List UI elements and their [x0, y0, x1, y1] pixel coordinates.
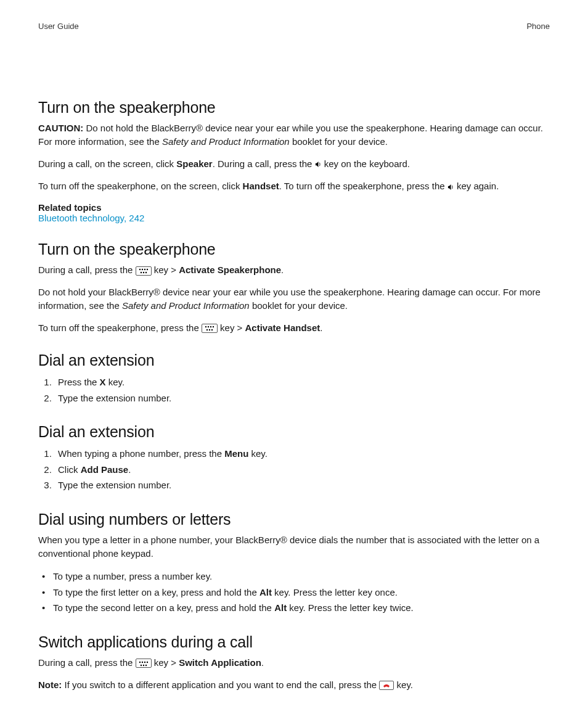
- speakerphone-off-line: To turn off the speakerphone, on the scr…: [38, 179, 550, 194]
- related-topics-label: Related topics: [38, 202, 550, 213]
- heading-speakerphone-2: Turn on the speakerphone: [38, 240, 550, 258]
- svg-point-13: [211, 329, 213, 330]
- svg-point-19: [142, 664, 144, 665]
- list-item: Click Add Pause.: [54, 462, 550, 478]
- related-topics: Related topics Bluetooth technology, 242: [38, 202, 550, 223]
- header-left: User Guide: [38, 22, 79, 31]
- heading-speakerphone-1: Turn on the speakerphone: [38, 99, 550, 117]
- svg-point-16: [144, 661, 145, 662]
- heading-dial-ext-1: Dial an extension: [38, 351, 550, 369]
- caution-label: CAUTION:: [38, 123, 83, 133]
- svg-point-8: [208, 326, 209, 327]
- switch-app-line: During a call, press the key > Switch Ap…: [38, 656, 550, 670]
- dial-letters-intro: When you type a letter in a phone number…: [38, 533, 550, 560]
- switch-app-note: Note: If you switch to a different appli…: [38, 678, 550, 692]
- list-item: Type the extension number.: [54, 390, 550, 406]
- svg-point-4: [140, 272, 141, 273]
- svg-point-1: [141, 269, 142, 270]
- menu-key-icon: [202, 324, 218, 333]
- speakerphone-on-line: During a call, on the screen, click Spea…: [38, 157, 550, 171]
- page-header: User Guide Phone: [38, 22, 550, 31]
- dial-ext-steps-1: Press the X key. Type the extension numb…: [38, 374, 550, 406]
- svg-point-17: [146, 661, 147, 662]
- dial-ext-steps-2: When typing a phone number, press the Me…: [38, 446, 550, 493]
- svg-point-2: [144, 269, 145, 270]
- menu-key-icon: [136, 266, 152, 276]
- menu-key-icon: [136, 659, 152, 668]
- svg-point-15: [141, 661, 142, 662]
- speakerphone-activate-line: During a call, press the key > Activate …: [38, 263, 550, 277]
- svg-point-10: [213, 326, 214, 327]
- svg-point-6: [145, 272, 146, 273]
- heading-dial-ext-2: Dial an extension: [38, 423, 550, 441]
- svg-point-11: [206, 329, 208, 330]
- svg-point-20: [145, 664, 146, 665]
- svg-point-9: [210, 326, 211, 327]
- list-item: When typing a phone number, press the Me…: [54, 446, 550, 462]
- dial-letters-bullets: To type a number, press a number key. To…: [38, 568, 550, 616]
- speakerphone-deactivate-line: To turn off the speakerphone, press the …: [38, 321, 550, 335]
- heading-dial-letters: Dial using numbers or letters: [38, 511, 550, 528]
- list-item: To type the first letter on a key, press…: [53, 585, 550, 601]
- note-label: Note:: [38, 679, 62, 690]
- svg-point-18: [140, 664, 141, 665]
- list-item: To type the second letter on a key, pres…: [53, 600, 550, 616]
- svg-point-12: [209, 329, 210, 330]
- list-item: Type the extension number.: [54, 477, 550, 493]
- svg-point-5: [142, 272, 144, 273]
- speaker-icon: [315, 158, 322, 171]
- list-item: To type a number, press a number key.: [53, 568, 550, 585]
- caution-paragraph: CAUTION: Do not hold the BlackBerry® dev…: [38, 121, 550, 149]
- link-bluetooth[interactable]: Bluetooth technology, 242: [38, 213, 144, 223]
- speaker-icon: [447, 181, 454, 194]
- end-call-key-icon: [379, 681, 394, 690]
- header-right: Phone: [526, 22, 550, 31]
- svg-point-7: [205, 326, 206, 327]
- svg-point-14: [139, 661, 140, 662]
- svg-point-0: [139, 269, 140, 270]
- svg-point-3: [146, 269, 147, 270]
- speakerphone-warning: Do not hold your BlackBerry® device near…: [38, 285, 550, 313]
- list-item: Press the X key.: [54, 374, 550, 390]
- heading-switch-apps: Switch applications during a call: [38, 633, 550, 651]
